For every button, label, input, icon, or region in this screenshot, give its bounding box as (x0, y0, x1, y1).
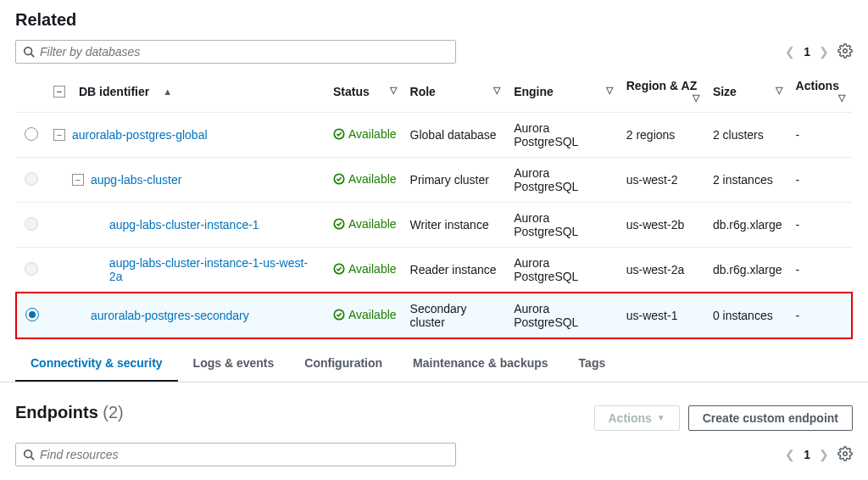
svg-point-10 (843, 451, 848, 455)
actions-cell: - (789, 203, 852, 248)
svg-point-2 (843, 48, 848, 53)
find-resources-field[interactable] (15, 443, 456, 466)
prev-page-icon[interactable]: ❮ (785, 45, 795, 59)
related-pager: ❮ 1 ❯ (785, 45, 829, 59)
col-actions[interactable]: Actions (796, 79, 839, 92)
table-row[interactable]: −auroralab-postgres-global AvailableGlob… (16, 113, 852, 158)
filter-icon[interactable]: ▽ (493, 85, 500, 96)
role-cell: Primary cluster (403, 158, 508, 203)
endpoints-table: Endpoint name▲ Status▽ Type▽ Port▽ (15, 473, 853, 480)
related-title: Related (15, 10, 853, 30)
filter-icon[interactable]: ▽ (838, 92, 845, 103)
collapse-all-icon[interactable]: − (53, 86, 65, 98)
actions-cell: - (789, 113, 852, 158)
size-cell: db.r6g.xlarge (706, 248, 789, 293)
col-size[interactable]: Size (713, 85, 737, 98)
engine-cell: Aurora PostgreSQL (507, 248, 620, 293)
page-number: 1 (804, 448, 810, 461)
tab-tags[interactable]: Tags (564, 346, 621, 382)
col-engine[interactable]: Engine (514, 85, 554, 98)
page-number: 1 (804, 45, 810, 59)
svg-line-1 (31, 54, 35, 58)
table-row[interactable]: aupg-labs-cluster-instance-1-us-west-2a … (16, 248, 852, 293)
status-badge: Available (333, 308, 397, 321)
actions-cell: - (789, 293, 852, 338)
db-identifier-link[interactable]: aupg-labs-cluster-instance-1 (109, 218, 259, 232)
table-row[interactable]: aupg-labs-cluster-instance-1 AvailableWr… (16, 203, 852, 248)
region-cell: us-west-2a (620, 248, 706, 293)
next-page-icon[interactable]: ❯ (819, 45, 829, 59)
table-row[interactable]: auroralab-postgres-secondary AvailableSe… (16, 293, 852, 338)
filter-icon[interactable]: ▽ (693, 92, 699, 103)
create-custom-endpoint-button[interactable]: Create custom endpoint (688, 405, 853, 431)
col-status[interactable]: Status (333, 85, 370, 98)
find-resources-input[interactable] (40, 448, 448, 461)
db-identifier-link[interactable]: auroralab-postgres-global (72, 128, 208, 142)
status-badge: Available (333, 262, 397, 276)
col-region-az[interactable]: Region & AZ (626, 79, 697, 92)
tab-configuration[interactable]: Configuration (289, 346, 398, 382)
region-cell: us-west-2b (620, 203, 706, 248)
gear-icon[interactable] (837, 43, 853, 61)
databases-table: − DB identifier ▲ Status▽ Role▽ Engine▽ … (15, 70, 853, 339)
row-radio (25, 172, 38, 186)
gear-icon[interactable] (837, 446, 853, 464)
role-cell: Reader instance (403, 248, 508, 293)
row-radio[interactable] (25, 308, 39, 321)
filter-icon[interactable]: ▽ (776, 85, 782, 96)
engine-cell: Aurora PostgreSQL (507, 113, 620, 158)
engine-cell: Aurora PostgreSQL (507, 203, 620, 248)
tab-logs-events[interactable]: Logs & events (178, 346, 290, 382)
detail-tabs: Connectivity & securityLogs & eventsConf… (0, 346, 868, 382)
actions-cell: - (789, 248, 852, 293)
region-cell: us-west-1 (620, 293, 706, 338)
filter-databases-field[interactable] (15, 40, 456, 64)
tab-connectivity-security[interactable]: Connectivity & security (15, 346, 178, 382)
filter-icon[interactable]: ▽ (606, 85, 613, 96)
region-cell: us-west-2 (620, 158, 706, 203)
size-cell: db.r6g.xlarge (706, 203, 789, 248)
size-cell: 2 clusters (706, 113, 789, 158)
svg-point-8 (25, 450, 32, 458)
db-identifier-link[interactable]: aupg-labs-cluster (91, 173, 181, 187)
endpoints-pager: ❮ 1 ❯ (785, 448, 829, 461)
prev-page-icon[interactable]: ❮ (785, 448, 795, 461)
col-db-identifier[interactable]: DB identifier (79, 85, 149, 98)
status-badge: Available (333, 127, 397, 141)
db-identifier-link[interactable]: auroralab-postgres-secondary (91, 309, 249, 322)
endpoints-title: Endpoints (2) (15, 403, 124, 422)
role-cell: Writer instance (403, 203, 508, 248)
role-cell: Secondary cluster (403, 293, 508, 338)
status-badge: Available (333, 172, 397, 186)
size-cell: 2 instances (706, 158, 789, 203)
row-radio[interactable] (25, 127, 38, 141)
status-badge: Available (333, 217, 397, 231)
next-page-icon[interactable]: ❯ (819, 448, 829, 461)
filter-databases-input[interactable] (40, 45, 448, 59)
collapse-icon[interactable]: − (72, 174, 84, 186)
sort-asc-icon[interactable]: ▲ (163, 87, 172, 97)
role-cell: Global database (403, 113, 508, 158)
tab-maintenance-backups[interactable]: Maintenance & backups (398, 346, 564, 382)
svg-line-9 (31, 457, 35, 460)
actions-button[interactable]: Actions▼ (594, 405, 680, 431)
endpoints-count: (2) (103, 403, 123, 421)
actions-cell: - (789, 158, 852, 203)
col-role[interactable]: Role (410, 85, 436, 98)
caret-down-icon: ▼ (657, 413, 665, 422)
engine-cell: Aurora PostgreSQL (507, 293, 620, 338)
search-icon (23, 449, 35, 460)
search-icon (23, 46, 35, 58)
filter-icon[interactable]: ▽ (390, 85, 397, 96)
row-radio (25, 217, 38, 231)
row-radio (25, 262, 38, 276)
region-cell: 2 regions (620, 113, 706, 158)
table-row[interactable]: −aupg-labs-cluster AvailablePrimary clus… (16, 158, 852, 203)
engine-cell: Aurora PostgreSQL (507, 158, 620, 203)
size-cell: 0 instances (706, 293, 789, 338)
db-identifier-link[interactable]: aupg-labs-cluster-instance-1-us-west-2a (109, 256, 320, 283)
collapse-icon[interactable]: − (53, 129, 65, 141)
svg-point-0 (25, 47, 32, 55)
